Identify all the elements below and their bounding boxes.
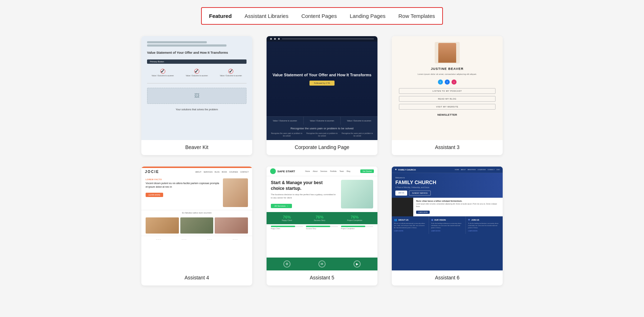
a4-footer-2: ─ ─ ─ [182, 238, 186, 240]
a3-social-row: t f i [438, 80, 457, 85]
tab-landing-pages[interactable]: Landing Pages [350, 11, 385, 20]
a4-nav-links: ABOUT SERVICES BLOG BOOK COURSES CONTACT [195, 171, 249, 173]
a4-photo-2 [180, 217, 214, 234]
corp-feature-label-3: Value / Outcome to acumen [342, 120, 376, 122]
template-card-beaver-kit[interactable]: Value Statement of Your Offer and How It… [141, 36, 252, 155]
a6-nav-locations[interactable]: LOCATIONS [478, 169, 486, 170]
template-card-assistant6[interactable]: ✦ FAMILY CHURCH HOME ABOUT MINISTRIES LO… [392, 167, 503, 285]
a5-logo-icon [270, 168, 276, 174]
a3-name: JUSTINE BEAVER [431, 67, 463, 71]
a4-nav-services[interactable]: SERVICES [204, 171, 213, 173]
a4-footer-1: ─ ─ ─ [156, 238, 161, 240]
a6-nav: ✦ FAMILY CHURCH HOME ABOUT MINISTRIES LO… [392, 167, 503, 173]
corp-hero: Value Statement of Your Offer and How It… [267, 42, 377, 116]
corp-feature-3: Value / Outcome to acumen [341, 117, 377, 125]
tab-row-templates[interactable]: Row Templates [398, 11, 435, 20]
a5-hero: Start & Manage your best choice startup.… [267, 176, 377, 212]
a4-photo-1 [146, 217, 179, 234]
a6-nav-connect[interactable]: CONNECT [488, 169, 495, 170]
corp-pain-3: Recognise the users pain or problem to b… [341, 132, 374, 137]
a6-about-us-icon: 👥 [394, 218, 397, 221]
a5-stat-2-label: Success Story [314, 219, 325, 221]
a5-icon-row: ⚙ ✉ ▶ [267, 258, 377, 270]
bk-line-2 [147, 44, 226, 47]
a5-nav-services[interactable]: Services [320, 170, 327, 172]
template-label-assistant6: Assistant 6 [392, 270, 503, 285]
template-label-corporate: Corporate Landing Page [267, 140, 377, 155]
a5-progress-label-3: Project Completion [341, 228, 373, 230]
a5-logo: SAFE START [270, 168, 295, 174]
a4-nav-about[interactable]: ABOUT [195, 171, 201, 173]
a6-hero: Welcome to FAMILY CHURCH A Place of Wors… [392, 173, 503, 198]
a6-join-us-title: JOIN US [471, 219, 479, 221]
a3-podcast-button[interactable]: LISTEN TO MY PODCAST [399, 88, 496, 94]
template-label-beaver-kit: Beaver Kit [141, 140, 252, 155]
a6-about-us-title: ABOUT US [398, 219, 409, 221]
a6-content-image [392, 198, 413, 217]
a5-progress-bar-1 [271, 226, 303, 227]
a3-instagram-icon[interactable]: i [452, 80, 457, 85]
template-card-assistant3[interactable]: JUSTINE BEAVER Lorem ipsum dolor sit ame… [392, 36, 503, 155]
a3-website-button[interactable]: VISIT MY WEBSITE [399, 104, 496, 110]
a3-avatar-bg [435, 42, 460, 63]
a5-hero-text: Start & Manage your best choice startup.… [271, 180, 337, 208]
preview-assistant4: JOCIE ABOUT SERVICES BLOG BOOK COURSES C… [141, 167, 252, 270]
corp-mid-text: Recognise the users pain or problem to b… [267, 125, 377, 131]
a3-facebook-icon[interactable]: f [445, 80, 450, 85]
a6-nav-about[interactable]: ABOUT [461, 169, 466, 170]
corp-feature-label-1: Value / Outcome to acumen [268, 120, 302, 122]
template-label-assistant3: Assistant 3 [392, 140, 503, 155]
tab-navigation: Featured Assistant Libraries Content Pag… [201, 7, 443, 25]
a6-about-us-link[interactable]: LEARN MORE [394, 230, 426, 232]
a6-nav-home[interactable]: HOME [455, 169, 459, 170]
a5-progress-1: Happy Client [271, 226, 303, 230]
a4-hero: LOREM FACTO Vocent dicam putent eu vix a… [141, 176, 252, 210]
a5-hero-title: Start & Manage your best choice startup. [271, 180, 337, 191]
a3-blog-button[interactable]: READ MY BLOG [399, 96, 496, 102]
corp-features: Value / Outcome to acumen Value / Outcom… [267, 116, 377, 125]
template-card-assistant4[interactable]: JOCIE ABOUT SERVICES BLOG BOOK COURSES C… [141, 167, 252, 285]
a6-sunday-button[interactable]: SUNDAY SERVICE [409, 191, 431, 196]
page-wrapper: Featured Assistant Libraries Content Pag… [0, 0, 644, 317]
corp-pain-row: Recognise the users pain or problem to b… [267, 131, 377, 140]
template-card-assistant5[interactable]: SAFE START Home About Services Portfolio… [267, 167, 377, 285]
a6-nav-ministries[interactable]: MINISTRIES [468, 169, 476, 170]
a4-footer-4: ─ ─ ─ [233, 238, 238, 240]
a6-content-button[interactable]: LEARN MORE [416, 211, 430, 214]
a6-join-button[interactable]: Join Us [395, 191, 407, 196]
a6-our-vision-title: OUR VISION [434, 219, 446, 221]
a5-nav-portfolio[interactable]: Portfolio [330, 170, 337, 172]
a6-join-us-link[interactable]: LEARN MORE [468, 230, 501, 232]
a5-hero-button[interactable]: All Services → [271, 204, 292, 208]
bk-icon-circle-1: ✓ [160, 69, 165, 74]
a5-nav-about[interactable]: About [313, 170, 317, 172]
a3-description: Lorem ipsum dolor sit amet, consectetur … [418, 73, 477, 76]
tab-assistant-libraries[interactable]: Assistant Libraries [245, 11, 289, 20]
a3-twitter-icon[interactable]: t [438, 80, 443, 85]
a5-nav-blog[interactable]: Blog [347, 170, 350, 172]
a4-nav-courses[interactable]: COURSES [229, 171, 238, 173]
a4-nav-blog[interactable]: BLOG [215, 171, 220, 173]
a6-content-text: Nunc vitae lacus a tellus volutpat ferme… [413, 198, 503, 217]
a4-nav-contact[interactable]: CONTACT [240, 171, 249, 173]
a4-nav-book[interactable]: BOOK [222, 171, 227, 173]
corp-hero-button[interactable]: Followed by CTA [309, 81, 334, 86]
a6-our-vision-item: ◉ OUR VISION To be the leading architect… [429, 216, 466, 234]
a6-join-us-header: ✚ JOIN US [468, 218, 501, 221]
a6-content-row: Nunc vitae lacus a tellus volutpat ferme… [392, 198, 503, 217]
a4-hero-button[interactable]: LEARN MORE [146, 193, 163, 197]
tab-content-pages[interactable]: Content Pages [301, 11, 337, 20]
a6-our-vision-text: To be the leading architecture community… [431, 222, 464, 229]
a5-nav-home[interactable]: Home [305, 170, 310, 172]
corp-nav [267, 36, 377, 42]
a6-nav-give[interactable]: GIVE [496, 169, 500, 170]
a6-our-vision-link[interactable]: LEARN MORE [431, 230, 464, 232]
a5-nav-team[interactable]: Team [340, 170, 344, 172]
a5-progress-2: Success Story [306, 226, 338, 230]
a4-hero-title: Vocent dicam putent eu vix altera facili… [146, 182, 219, 189]
template-card-corporate[interactable]: Value Statement of Your Offer and How It… [267, 36, 377, 155]
a5-nav-cta-button[interactable]: Get Started [360, 169, 374, 173]
bk-icon-circle-3: ✓ [228, 69, 233, 74]
tab-featured[interactable]: Featured [209, 11, 231, 20]
bk-cta-button[interactable]: Primary Button [147, 59, 247, 64]
